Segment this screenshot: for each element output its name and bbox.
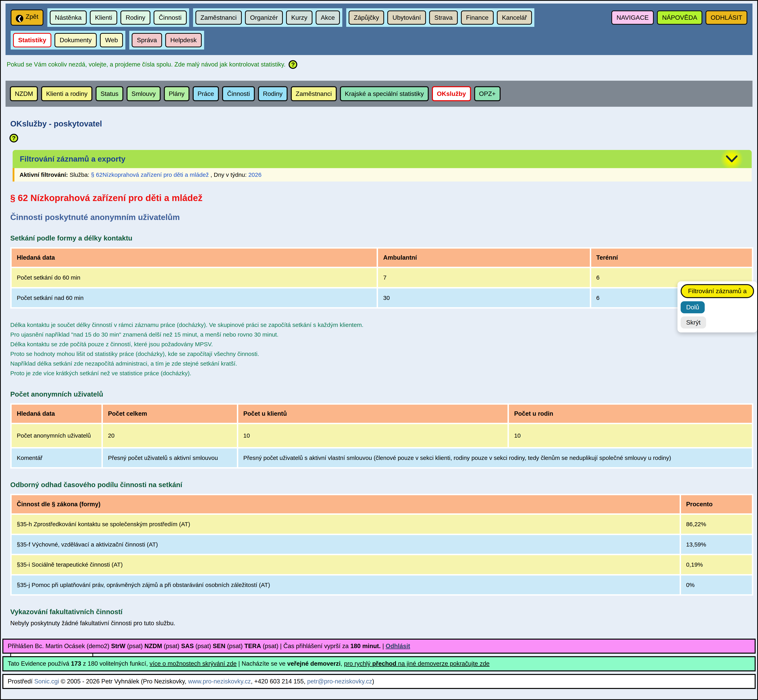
- nav-item-akce[interactable]: Akce: [316, 11, 340, 25]
- copyright-text: ): [372, 678, 374, 685]
- nav-item-dokumenty[interactable]: Dokumenty: [55, 33, 97, 47]
- cell-value: 13,59%: [681, 535, 752, 554]
- row-label: Komentář: [12, 448, 102, 467]
- back-button-label: Zpět: [26, 13, 38, 20]
- stats-tab-krajske-statistiky[interactable]: Krajské a speciální statistiky: [340, 86, 429, 101]
- stats-tab-plany[interactable]: Plány: [164, 86, 190, 101]
- odhlasit-button[interactable]: ODHLÁSIT: [705, 11, 747, 25]
- nav-item-statistiky-active[interactable]: Statistiky: [13, 33, 51, 47]
- page-help-icon[interactable]: ?: [9, 134, 18, 142]
- stats-tab-smlouvy[interactable]: Smlouvy: [127, 86, 161, 101]
- stats-tab-nzdm[interactable]: NZDM: [10, 86, 38, 101]
- demo-switch-link-bold[interactable]: přechod: [372, 660, 396, 667]
- stats-tab-opz[interactable]: OPZ+: [474, 86, 501, 101]
- help-icon[interactable]: ?: [288, 60, 297, 69]
- active-filter-bar: Aktivní filtrování: Služba: § 62Nízkopra…: [13, 168, 752, 181]
- back-button[interactable]: ❮Zpět: [11, 9, 44, 26]
- nav-group-org: Zaměstnanci Organizér Kurzy Akce: [193, 8, 343, 27]
- hide-panel-button[interactable]: Skrýt: [681, 316, 706, 328]
- table-row: Komentář Přesný počet uživatelů s aktivn…: [12, 448, 752, 467]
- napoveda-button[interactable]: NÁPOVĚDA: [657, 11, 702, 25]
- note-line: Například délka setkání zde nezapočítá a…: [10, 359, 757, 368]
- nav-item-sprava[interactable]: Správa: [132, 33, 162, 47]
- row-label: §35-j Pomoc při uplatňování práv, oprávn…: [12, 575, 680, 594]
- feature-count: 173: [71, 660, 81, 667]
- cell-value: 10: [238, 424, 508, 447]
- nav-item-klienti[interactable]: Klienti: [90, 11, 117, 25]
- stats-tab-rodiny[interactable]: Rodiny: [258, 86, 288, 101]
- table2-title: Počet anonymních uživatelů: [10, 390, 757, 398]
- stats-tab-zamestnanci[interactable]: Zaměstnanci: [291, 86, 337, 101]
- scroll-down-button[interactable]: Dolů: [681, 301, 705, 313]
- demo-info-bar: Tato Evidence používá 173 z 180 voliteln…: [2, 656, 756, 671]
- email-link[interactable]: petr@pro-neziskovky.cz: [307, 678, 372, 685]
- nav-item-zamestnanci[interactable]: Zaměstnanci: [196, 11, 242, 25]
- session-text: |: [381, 642, 385, 650]
- nav-group-core: Nástěnka Klienti Rodiny Činnosti: [47, 8, 189, 27]
- stats-tab-prace[interactable]: Práce: [193, 86, 219, 101]
- stats-tab-oksluzby-active[interactable]: OKslužby: [432, 86, 471, 101]
- nav-item-rodiny[interactable]: Rodiny: [121, 11, 150, 25]
- active-filter-service-label: Služba:: [69, 172, 91, 178]
- info-line: Pokud se Vám cokoliv nezdá, volejte, a p…: [7, 60, 757, 69]
- stats-tab-status[interactable]: Status: [96, 86, 124, 101]
- main-nav-row-2: Statistiky Dokumenty Web Správa Helpdesk: [11, 31, 747, 49]
- active-filter-days-value[interactable]: 2026: [248, 172, 262, 178]
- page-title: OKslužby - poskytovatel: [10, 119, 757, 128]
- cell-value: 0%: [681, 575, 752, 594]
- copyright-text: © 2005 - 2026 Petr Vyhnálek (Pro Nezisko…: [59, 678, 188, 685]
- logout-link[interactable]: Odhlásit: [386, 642, 410, 650]
- table-header-row: Činnost dle § zákona (formy) Procento: [12, 495, 752, 513]
- stats-tab-cinnosti[interactable]: Činnosti: [222, 86, 255, 101]
- column-header: Počet u klientů: [238, 405, 508, 423]
- main-nav-row-1: ❮Zpět Nástěnka Klienti Rodiny Činnosti Z…: [11, 8, 747, 27]
- nav-item-finance[interactable]: Finance: [461, 11, 494, 25]
- filter-panel-header[interactable]: Filtrování záznamů a exporty: [13, 150, 752, 168]
- hiding-options-link[interactable]: více o možnostech skrývání zde: [150, 660, 236, 667]
- service-section-heading: § 62 Nízkoprahová zařízení pro děti a ml…: [10, 192, 757, 203]
- cell-value: 20: [103, 424, 237, 447]
- cell-value: 10: [509, 424, 752, 447]
- navigace-button[interactable]: NAVIGACE: [611, 11, 654, 25]
- facultative-text: Nebyly poskytnuty žádné fakultativní čin…: [10, 620, 757, 627]
- note-line: Délka kontaktu se zde počítá pouze z čin…: [10, 339, 757, 349]
- cell-value: Přesný počet uživatelů s aktivní smlouvo…: [103, 448, 237, 467]
- row-label: §35-i Sociálně terapeutické činnosti (AT…: [12, 555, 680, 574]
- quick-filter-button[interactable]: Filtrování záznamů a: [681, 284, 754, 298]
- nav-item-web[interactable]: Web: [100, 33, 123, 47]
- table-row: §35-f Výchovné, vzdělávací a aktivizační…: [12, 535, 752, 554]
- demo-text: Tato Evidence používá: [8, 660, 71, 667]
- demo-switch-link[interactable]: pro rychlý: [344, 660, 372, 667]
- note-line: Délka kontaktu je součet délky činností …: [10, 320, 757, 330]
- nav-item-nastenka[interactable]: Nástěnka: [50, 11, 87, 25]
- demo-switch-link[interactable]: na jiné demoverze pokračujte zde: [396, 660, 490, 667]
- stats-tab-klienti-a-rodiny[interactable]: Klienti a rodiny: [41, 86, 92, 101]
- column-header: Počet celkem: [103, 405, 237, 423]
- table-row: §35-j Pomoc při uplatňování práv, oprávn…: [12, 575, 752, 594]
- copyright-text: , +420 603 214 155,: [251, 678, 307, 685]
- website-link[interactable]: www.pro-neziskovky.cz: [188, 678, 251, 685]
- role-badge: SAS: [181, 642, 194, 650]
- chevron-down-icon[interactable]: [719, 150, 745, 168]
- table3-title: Odborný odhad časového podílu činnosti n…: [10, 481, 757, 489]
- table-setkani: Hledaná data Ambulantní Terénní Počet se…: [10, 247, 753, 309]
- active-filter-label: Aktivní filtrování:: [20, 172, 68, 178]
- cell-value: Přesný počet uživatelů s aktivní vlastní…: [238, 448, 752, 467]
- nav-item-helpdesk[interactable]: Helpdesk: [165, 33, 202, 47]
- nav-item-strava[interactable]: Strava: [429, 11, 457, 25]
- nav-item-cinnosti[interactable]: Činnosti: [153, 11, 187, 25]
- active-filter-service-link[interactable]: § 62Nízkoprahová zařízení pro děti a mlá…: [91, 172, 209, 178]
- column-header: Hledaná data: [12, 248, 377, 267]
- table-row: §35-h Zprostředkování kontaktu se společ…: [12, 515, 752, 534]
- column-header: Terénní: [591, 248, 752, 267]
- nav-item-zapujcky[interactable]: Zápůjčky: [349, 11, 384, 25]
- session-text: (psat): [194, 642, 213, 650]
- nav-item-kancelar[interactable]: Kancelář: [497, 11, 532, 25]
- role-badge: TERA: [244, 642, 261, 650]
- row-label: §35-f Výchovné, vzdělávací a aktivizační…: [12, 535, 680, 554]
- nav-item-ubytovani[interactable]: Ubytování: [387, 11, 426, 25]
- nav-item-kurzy[interactable]: Kurzy: [286, 11, 312, 25]
- nav-item-organizer[interactable]: Organizér: [245, 11, 283, 25]
- sonic-link[interactable]: Sonic.cgi: [34, 678, 59, 685]
- note-line: Proto se hodnoty mohou lišit od statisti…: [10, 349, 757, 359]
